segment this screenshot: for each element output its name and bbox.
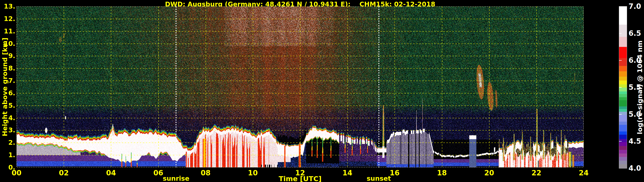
x-axis-label: Time [UTC] [268, 175, 332, 182]
colorbar-band [619, 37, 627, 47]
colorbar-band [619, 6, 627, 25]
x-tick-label: 24 [574, 169, 593, 177]
colorbar-band [619, 154, 627, 157]
colorbar-tick-mark [619, 33, 622, 34]
x-tick-label: 04 [101, 169, 121, 177]
colorbar-band [619, 150, 627, 154]
colorbar-band [619, 77, 627, 81]
y-tick-label: 6. [0, 89, 15, 97]
colorbar-band [619, 112, 627, 115]
colorbar-band [619, 157, 627, 161]
colorbar-tick-label: 4.0 [628, 164, 644, 172]
sunset-label: sunset [355, 175, 402, 182]
colorbar-tick-label: 6.5 [628, 29, 644, 37]
colorbar-tick-label: 4.5 [628, 137, 644, 145]
x-tick-label: 00 [7, 169, 26, 177]
y-tick-label: 11. [0, 27, 15, 35]
y-tick-label: 13. [0, 2, 15, 10]
colorbar-band [619, 131, 627, 135]
sunrise-label: sunrise [152, 175, 200, 182]
colorbar-band [619, 142, 627, 146]
colorbar-band [619, 71, 627, 77]
y-tick-label: 3. [0, 126, 15, 134]
colorbar-band [619, 81, 627, 84]
y-tick-label: 10. [0, 40, 15, 48]
colorbar-tick-mark [619, 141, 622, 142]
colorbar-band [619, 164, 627, 168]
y-tick-label: 12. [0, 15, 15, 23]
colorbar-band [619, 91, 627, 94]
x-tick-label: 22 [527, 169, 546, 177]
colorbar-band [619, 146, 627, 150]
colorbar-band [619, 115, 627, 121]
colorbar-band [619, 109, 627, 112]
colorbar-band [619, 106, 627, 109]
colorbar-band [619, 100, 627, 106]
colorbar-tick-mark [619, 60, 622, 61]
ceilometer-heatmap [16, 6, 584, 168]
colorbar-band [619, 88, 627, 91]
colorbar-tick-label: 7.0 [628, 2, 644, 10]
y-tick-label: 5. [0, 101, 15, 110]
colorbar-band [619, 122, 627, 125]
y-tick-label: 8. [0, 64, 15, 72]
colorbar-tick-mark [619, 114, 622, 114]
ceilometer-quicklook: DWD: Augsburg (Germany; 48.4261 N / 10.9… [0, 0, 644, 182]
colorbar-band [619, 161, 627, 164]
colorbar-band [619, 47, 627, 58]
colorbar-tick-mark [619, 87, 622, 88]
x-tick-label: 18 [432, 169, 452, 177]
x-tick-label: 10 [243, 169, 262, 177]
colorbar-band [619, 139, 627, 142]
y-tick-label: 7. [0, 77, 15, 85]
colorbar-band [619, 97, 627, 100]
colorbar-band [619, 135, 627, 139]
y-tick-label: 2. [0, 139, 15, 147]
x-tick-label: 20 [480, 169, 499, 177]
colorbar-band [619, 125, 627, 131]
y-tick-label: 9. [0, 52, 15, 60]
colorbar-label: log(rc-signal) @ 1064 nm [636, 40, 644, 134]
colorbar-band [619, 58, 627, 66]
colorbar-band [619, 94, 627, 97]
colorbar-band [619, 25, 627, 37]
x-tick-label: 14 [338, 169, 357, 177]
colorbar-band [619, 66, 627, 71]
x-tick-label: 02 [54, 169, 74, 177]
y-tick-label: 4. [0, 114, 15, 122]
y-tick-label: 1. [0, 151, 15, 159]
